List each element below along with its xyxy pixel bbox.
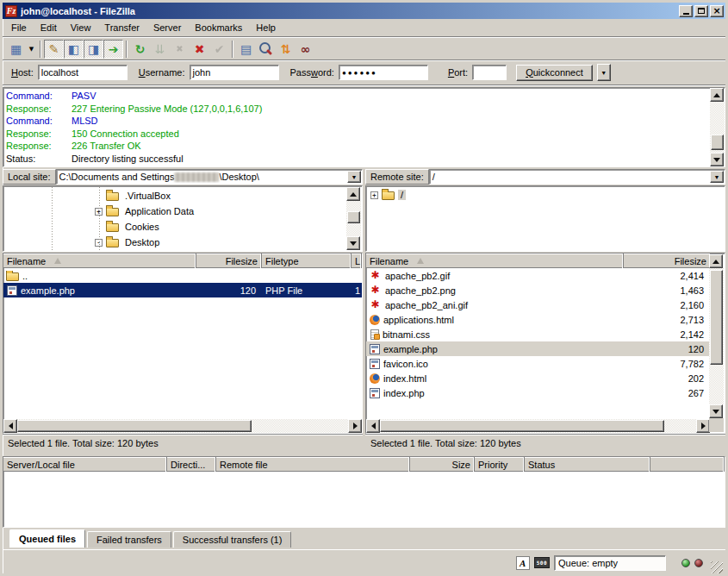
filter-icon[interactable] xyxy=(236,40,256,59)
maximize-button[interactable] xyxy=(694,5,708,17)
file-row[interactable]: apache_pb2.png 1,463 xyxy=(366,283,710,297)
quickconnect-bar: Host: localhost Username: john Password:… xyxy=(3,61,725,84)
column-header-filename[interactable]: Filename xyxy=(3,254,196,268)
host-input[interactable]: localhost xyxy=(38,65,128,80)
sync-browsing-icon[interactable] xyxy=(276,40,296,59)
quickconnect-button[interactable]: Quickconnect xyxy=(516,65,593,81)
local-site-combo[interactable]: C:\Documents and Settings\Desktop\ ▼ xyxy=(56,169,363,185)
local-tree[interactable]: .VirtualBox + Application Data Cookies -… xyxy=(3,185,363,252)
local-list-header: Filename Filesize Filetype L xyxy=(3,254,362,268)
menu-item[interactable]: Edit xyxy=(34,21,64,34)
column-header-remote-file[interactable]: Remote file xyxy=(216,457,410,472)
column-header-filetype[interactable]: Filetype xyxy=(262,254,352,268)
disconnect-icon[interactable] xyxy=(190,40,209,59)
tree-item[interactable]: .VirtualBox xyxy=(4,188,346,203)
site-manager-icon[interactable] xyxy=(6,40,26,59)
menu-item[interactable]: File xyxy=(4,21,34,34)
column-header-filesize[interactable]: Filesize xyxy=(624,254,710,268)
file-row[interactable]: applications.html 2,713 xyxy=(366,312,710,327)
file-row[interactable]: index.php 267 xyxy=(366,385,710,400)
file-row[interactable]: example.php 120 xyxy=(366,341,710,356)
file-row[interactable]: example.php 120 PHP File 1 xyxy=(3,283,362,297)
toggle-local-treeview-icon[interactable] xyxy=(64,40,84,59)
tree-item[interactable]: Cookies xyxy=(4,219,346,235)
scroll-up-icon[interactable] xyxy=(710,88,724,102)
log-scrollbar[interactable] xyxy=(710,88,725,166)
close-button[interactable]: × xyxy=(710,5,724,17)
local-site-dropdown-icon[interactable]: ▼ xyxy=(347,171,361,183)
column-header-lastmodified[interactable]: L xyxy=(352,254,362,268)
file-icon xyxy=(6,272,19,281)
remote-hscrollbar[interactable] xyxy=(366,419,710,433)
scrollbar-thumb[interactable] xyxy=(711,135,724,150)
title-bar[interactable]: Fz john@localhost - FileZilla × xyxy=(3,3,725,19)
scroll-down-icon[interactable] xyxy=(709,404,723,418)
pane-status-row: Selected 1 file. Total size: 120 bytes S… xyxy=(3,434,725,452)
scroll-left-icon[interactable] xyxy=(366,419,380,433)
tree-item[interactable]: + / xyxy=(366,186,725,202)
remote-tree[interactable]: + / xyxy=(365,185,725,252)
cancel-operation-icon[interactable] xyxy=(170,40,190,59)
scroll-up-icon[interactable] xyxy=(709,254,723,268)
queue-tab[interactable]: Failed transfers xyxy=(87,531,171,548)
local-tree-scrollbar[interactable] xyxy=(346,187,361,250)
resize-grip[interactable] xyxy=(711,561,723,573)
toggle-message-log-icon[interactable] xyxy=(44,40,64,59)
scroll-up-icon[interactable] xyxy=(346,187,360,201)
local-hscrollbar[interactable] xyxy=(3,419,362,433)
menu-item[interactable]: Server xyxy=(146,21,188,34)
password-input[interactable]: ●●●●●● xyxy=(339,65,428,80)
site-manager-dropdown-icon[interactable] xyxy=(26,40,37,59)
scroll-right-icon[interactable] xyxy=(348,419,362,433)
menu-item[interactable]: Help xyxy=(249,21,283,34)
column-header-filename[interactable]: Filename xyxy=(366,254,624,268)
menu-item[interactable]: Transfer xyxy=(97,21,146,34)
process-queue-icon[interactable] xyxy=(150,40,170,59)
toggle-transfer-queue-icon[interactable] xyxy=(103,40,123,59)
remote-file-list: Filename Filesize apache_pb2.gif 2,414 a… xyxy=(365,253,725,434)
queue-body[interactable] xyxy=(3,472,725,527)
column-header-filesize[interactable]: Filesize xyxy=(196,254,262,268)
file-row[interactable]: favicon.ico 7,782 xyxy=(366,356,710,371)
file-row[interactable]: apache_pb2_ani.gif 2,160 xyxy=(366,297,710,312)
remote-vscrollbar[interactable] xyxy=(709,254,724,418)
maximize-icon xyxy=(698,8,705,14)
column-header-direction[interactable]: Directi... xyxy=(167,457,216,472)
reconnect-icon[interactable] xyxy=(209,40,229,59)
remote-site-dropdown-icon[interactable]: ▼ xyxy=(710,171,724,183)
scrollbar-thumb[interactable] xyxy=(17,420,252,432)
scrollbar-thumb[interactable] xyxy=(347,211,360,223)
tree-expander-icon[interactable]: + xyxy=(370,191,378,199)
queue-tab[interactable]: Successful transfers (1) xyxy=(173,531,292,548)
refresh-icon[interactable] xyxy=(130,40,150,59)
queue-tab[interactable]: Queued files xyxy=(9,529,85,548)
column-header-priority[interactable]: Priority xyxy=(475,457,525,472)
find-files-icon[interactable] xyxy=(296,40,315,59)
column-header-status[interactable]: Status xyxy=(525,457,650,472)
scroll-left-icon[interactable] xyxy=(3,419,17,433)
tree-item[interactable]: - Desktop xyxy=(4,235,346,250)
username-input[interactable]: john xyxy=(190,65,279,80)
scroll-down-icon[interactable] xyxy=(710,153,724,166)
search-icon[interactable] xyxy=(256,40,276,59)
menu-item[interactable]: Bookmarks xyxy=(188,21,249,34)
toggle-remote-treeview-icon[interactable] xyxy=(84,40,103,59)
scrollbar-thumb[interactable] xyxy=(710,270,723,365)
file-row[interactable]: apache_pb2.gif 2,414 xyxy=(366,268,710,283)
column-header-size[interactable]: Size xyxy=(410,457,475,472)
scrollbar-thumb[interactable] xyxy=(380,420,664,432)
scroll-right-icon[interactable] xyxy=(696,419,710,433)
menu-item[interactable]: View xyxy=(64,21,98,34)
file-row[interactable]: .. xyxy=(3,268,362,283)
file-row[interactable]: index.html 202 xyxy=(366,371,710,385)
toolbar-separator xyxy=(232,41,233,58)
quickconnect-dropdown-button[interactable]: ▼ xyxy=(597,64,611,81)
port-input[interactable] xyxy=(472,65,507,80)
minimize-button[interactable] xyxy=(679,5,693,17)
tree-item[interactable]: + Application Data xyxy=(4,203,346,219)
column-header-server-local-file[interactable]: Server/Local file xyxy=(3,457,167,472)
log-line: Command:PASV xyxy=(6,90,707,103)
file-row[interactable]: bitnami.css 2,142 xyxy=(366,327,710,341)
remote-site-combo[interactable]: / ▼ xyxy=(429,169,725,185)
scroll-down-icon[interactable] xyxy=(346,236,360,250)
